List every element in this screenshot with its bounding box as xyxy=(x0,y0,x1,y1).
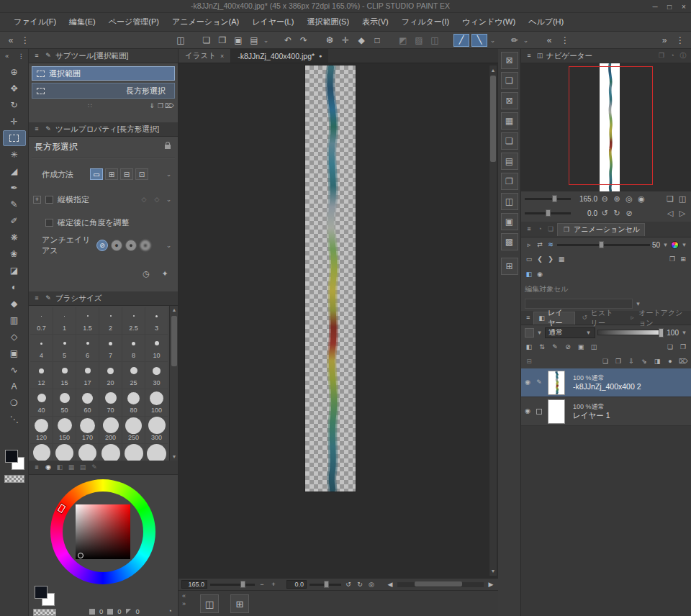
brush-size-cell[interactable]: 3 xyxy=(145,307,168,335)
sv-marker[interactable] xyxy=(78,553,83,558)
dock-material-10-icon[interactable]: ⊞ xyxy=(501,258,518,275)
layer-row-layer1[interactable]: ◉ 100 %通常 レイヤー 1 xyxy=(521,397,691,426)
mask-enable-icon[interactable]: ◫ xyxy=(590,343,598,351)
nav-zoom-in-icon[interactable]: ⊕ xyxy=(612,194,622,204)
animation-menu-icon[interactable]: ≡ xyxy=(525,225,533,234)
menu-view[interactable]: 表示(V) xyxy=(356,13,395,32)
scrollbar-thumb[interactable] xyxy=(171,316,177,366)
lock-transparent-icon[interactable]: ▣ xyxy=(577,343,585,351)
save-document-icon[interactable]: ▣ xyxy=(231,33,245,47)
rotate-cw-icon[interactable]: ↻ xyxy=(356,580,364,589)
opacity-anim-slider[interactable] xyxy=(557,240,650,249)
brush-size-cell[interactable]: 60 xyxy=(76,389,99,417)
layer-checkbox[interactable] xyxy=(536,409,542,415)
layer-color-icon[interactable]: ❐ xyxy=(679,343,687,351)
close-button[interactable]: × xyxy=(677,0,691,13)
brush-size-cell[interactable]: 8 xyxy=(122,335,145,362)
toolbox-menu-icon[interactable]: ⋮ xyxy=(17,52,26,60)
draft-layer-icon[interactable]: ✎ xyxy=(551,343,559,351)
canvas-vscroll-thumb[interactable] xyxy=(490,76,496,162)
menu-help[interactable]: ヘルプ(H) xyxy=(522,13,570,32)
creation-add-button[interactable]: ⊞ xyxy=(105,168,118,180)
subtool-item-rectangle[interactable]: 長方形選択 xyxy=(32,83,175,99)
new-raster-layer-icon[interactable]: ❏ xyxy=(601,357,610,366)
nav-zoom-out-icon[interactable]: ⊖ xyxy=(600,194,610,204)
brush-size-cell[interactable] xyxy=(76,444,99,461)
aspect-expander[interactable]: + xyxy=(33,196,41,204)
rotation-slider[interactable] xyxy=(310,580,341,589)
brush-size-cell[interactable] xyxy=(99,444,122,461)
edit-target-icon[interactable]: ◧ xyxy=(525,270,533,278)
dock-menu-icon[interactable]: ⋮ xyxy=(558,33,572,47)
scroll-left-icon[interactable]: ◀ xyxy=(386,580,394,589)
brush-size-cell[interactable]: 10 xyxy=(145,335,168,362)
new-anim-folder-icon[interactable]: ❐ xyxy=(668,255,677,263)
dock-material-9-icon[interactable]: ▩ xyxy=(501,233,518,250)
timelapse-icon[interactable]: ◷ xyxy=(140,268,152,279)
tool-property-header[interactable]: ≡ ✎ ツールプロパティ[長方形選択] xyxy=(29,122,178,137)
brush-size-cell[interactable]: 12 xyxy=(30,362,53,389)
tool-eraser[interactable]: ◪ xyxy=(3,263,26,278)
brush-size-cell[interactable]: 7 xyxy=(99,335,122,362)
brush-size-cell[interactable]: 5 xyxy=(53,335,76,362)
brush-size-cell[interactable]: 80 xyxy=(122,389,145,417)
ruler-range-icon[interactable]: ❏ xyxy=(666,343,674,351)
layer-menu-icon[interactable]: ≡ xyxy=(525,314,531,322)
menu-selection[interactable]: 選択範囲(S) xyxy=(300,13,356,32)
information-icon[interactable]: ⓘ xyxy=(679,52,687,60)
brush-size-cell[interactable] xyxy=(53,444,76,461)
antialias-weak-button[interactable]: ● xyxy=(111,240,122,251)
rotation-value[interactable]: 0.0 xyxy=(286,580,307,589)
document-canvas[interactable] xyxy=(305,65,356,492)
smoothing-alt-icon[interactable]: ╲ xyxy=(471,34,487,47)
scroll-down-icon[interactable]: ▼ xyxy=(489,567,497,575)
delete-layer-icon[interactable]: ⌦ xyxy=(679,357,687,366)
smoothing-caret-icon[interactable]: ⌄ xyxy=(489,37,496,44)
tool-frame[interactable]: ▣ xyxy=(3,345,26,361)
tab-current-document[interactable]: -k8JJnZj_400x400.jpg* ● xyxy=(231,49,328,63)
tool-hand[interactable]: ✥ xyxy=(3,81,26,96)
scroll-up-icon[interactable]: ▲ xyxy=(489,66,497,74)
lock-layer-icon[interactable]: ⊘ xyxy=(564,343,572,351)
menu-layer[interactable]: レイヤー(L) xyxy=(245,13,300,32)
blend-mode-dropdown[interactable]: 通常 ▾ xyxy=(545,327,595,338)
merge-down-icon[interactable]: ◨ xyxy=(653,357,661,366)
color-menu-icon[interactable]: ≡ xyxy=(32,463,41,472)
layer-tab[interactable]: ◧ レイヤー xyxy=(533,312,575,325)
open-document-icon[interactable]: ❐ xyxy=(215,33,230,47)
antialias-middle-button[interactable]: ● xyxy=(125,240,137,251)
pen-settings-icon[interactable]: ✏ xyxy=(507,33,522,47)
brush-size-cell[interactable]: 40 xyxy=(30,389,53,417)
dock-material-7-icon[interactable]: ◫ xyxy=(501,193,518,210)
navigator-menu-icon[interactable]: ≡ xyxy=(525,52,533,60)
brush-size-cell[interactable]: 0.7 xyxy=(30,307,53,335)
tool-pencil[interactable]: ✎ xyxy=(3,196,26,212)
color-gauge-icon[interactable]: ◔ xyxy=(166,607,174,615)
nav-next-icon[interactable]: ▷ xyxy=(677,208,687,218)
scroll-right-icon[interactable]: ▶ xyxy=(487,580,495,589)
fill-command-icon[interactable]: ◆ xyxy=(354,33,369,47)
creation-new-button[interactable]: ▭ xyxy=(90,168,103,180)
snap-ruler-icon[interactable]: ◩ xyxy=(396,33,410,47)
tool-rotate-canvas[interactable]: ↻ xyxy=(3,97,26,113)
brush-size-cell[interactable]: 50 xyxy=(53,389,76,417)
spread-view-button[interactable]: ◫ xyxy=(200,594,219,613)
tool-pen[interactable]: ✒ xyxy=(3,180,26,196)
palette-color-swatch[interactable] xyxy=(525,328,534,338)
color-slider-tab-icon[interactable]: ✎ xyxy=(90,463,99,472)
wrench-icon[interactable]: ✦ xyxy=(159,268,171,279)
brush-size-cell[interactable]: 200 xyxy=(99,417,122,444)
brush-size-cell[interactable]: 20 xyxy=(99,362,122,389)
brush-scrollbar[interactable]: ▲ ▼ xyxy=(169,306,178,461)
saturation-value-square[interactable] xyxy=(76,504,130,559)
antialias-caret-icon[interactable]: ⌄ xyxy=(166,242,172,249)
dock-material-8-icon[interactable]: ▣ xyxy=(501,213,518,230)
brush-size-cell[interactable]: 120 xyxy=(30,417,53,444)
onion-skin-icon[interactable]: ≋ xyxy=(546,240,555,249)
subview-icon[interactable]: ❐ xyxy=(657,52,666,60)
animation-cel-tab[interactable]: ❐ アニメーションセル xyxy=(557,223,645,236)
history-tab[interactable]: ↺ ヒストリー xyxy=(577,312,623,325)
brush-size-cell[interactable]: 300 xyxy=(145,417,168,444)
new-folder-icon[interactable]: ⇩ xyxy=(627,357,636,366)
cel-color-caret-icon[interactable]: ▾ xyxy=(681,241,687,248)
